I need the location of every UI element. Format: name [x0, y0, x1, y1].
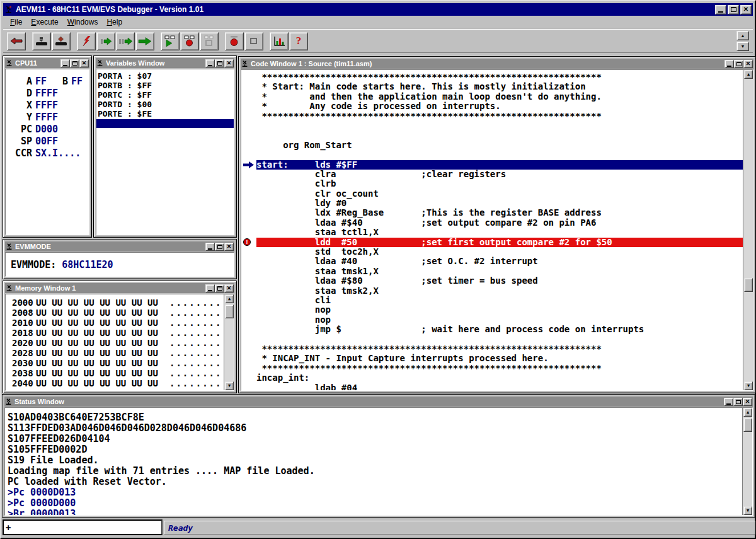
- run-to-breakpoint-button[interactable]: [161, 32, 180, 50]
- scroll-up-icon[interactable]: ▲: [744, 70, 753, 79]
- minimize-icon[interactable]: [205, 284, 215, 293]
- reset-button[interactable]: [77, 32, 96, 50]
- close-icon[interactable]: ✕: [224, 59, 234, 67]
- run-button[interactable]: [135, 32, 154, 50]
- close-icon[interactable]: ✕: [743, 60, 753, 68]
- code-line[interactable]: * and then the application main loop doe…: [241, 92, 753, 101]
- code-line[interactable]: staa tmsk2,X: [241, 286, 753, 296]
- code-line[interactable]: * INCAP_INT - Input Capture interrupts p…: [241, 354, 753, 363]
- title-bar[interactable]: AEVM11 - 68HC11 EVM/EVS Debugger - Versi…: [3, 3, 753, 16]
- code-line[interactable]: nop: [241, 305, 753, 315]
- close-icon[interactable]: ✕: [79, 59, 89, 67]
- memory-row[interactable]: 2040UU UU UU UU UU UU UU UU........: [6, 378, 234, 388]
- step-over-button[interactable]: [116, 32, 135, 50]
- code-line[interactable]: ldaa #$40 ;set output compare #2 on pin …: [241, 218, 753, 228]
- minimize-icon[interactable]: [60, 59, 70, 67]
- code-line[interactable]: cli: [241, 296, 753, 305]
- memory-row[interactable]: 2010UU UU UU UU UU UU UU UU........: [6, 318, 234, 328]
- code-line[interactable]: * Start: Main code starts here. This is …: [241, 82, 753, 91]
- code-line[interactable]: jmp $ ; wait here and process code on in…: [241, 325, 753, 334]
- maximize-icon[interactable]: [734, 60, 743, 68]
- close-icon[interactable]: ✕: [740, 5, 752, 14]
- scroll-up-icon[interactable]: ▲: [743, 408, 752, 417]
- maximize-icon[interactable]: [215, 243, 224, 251]
- variables-window-titlebar[interactable]: Variables Window ✕: [96, 58, 234, 68]
- menu-help[interactable]: Help: [102, 16, 127, 28]
- minimize-icon[interactable]: [205, 59, 215, 67]
- code-line[interactable]: ****************************************…: [241, 364, 753, 373]
- scroll-thumb[interactable]: [743, 418, 752, 432]
- minimize-icon[interactable]: [715, 5, 726, 14]
- menu-windows[interactable]: Windows: [63, 16, 103, 28]
- variable-row[interactable]: PORTE : $FE: [96, 109, 234, 119]
- code-window-titlebar[interactable]: Code Window 1 : Source (tim11.asm) ✕: [241, 59, 753, 69]
- maximize-icon[interactable]: [215, 59, 224, 67]
- variable-row-selected[interactable]: [96, 119, 234, 128]
- code-line[interactable]: [241, 150, 753, 159]
- load-code-button[interactable]: [32, 32, 51, 50]
- code-line[interactable]: * Any code is processed on interrupts.: [241, 101, 753, 111]
- scroll-down-icon[interactable]: ▼: [743, 506, 752, 515]
- code-line[interactable]: [241, 130, 753, 140]
- scroll-down-icon[interactable]: ▼: [225, 381, 234, 390]
- clear-breakpoint-button[interactable]: [244, 32, 263, 50]
- code-line[interactable]: [241, 335, 753, 344]
- variable-row[interactable]: PORTD : $00: [96, 100, 234, 109]
- code-line[interactable]: staa tctl1,X: [241, 228, 753, 237]
- menu-execute[interactable]: Execute: [26, 16, 62, 28]
- code-line[interactable]: clr oc_count: [241, 189, 753, 199]
- close-icon[interactable]: ✕: [743, 398, 752, 406]
- code-line[interactable]: ****************************************…: [241, 344, 753, 354]
- code-line[interactable]: clrb: [241, 179, 753, 188]
- menu-file[interactable]: File: [6, 16, 26, 28]
- memory-row[interactable]: 2018UU UU UU UU UU UU UU UU........: [6, 328, 234, 338]
- status-window-titlebar[interactable]: Status Window ✕: [4, 397, 753, 407]
- stop-at-breakpoint-button[interactable]: [180, 32, 199, 50]
- code-line[interactable]: clra ;clear registers: [241, 170, 753, 179]
- help-button[interactable]: ?: [289, 32, 308, 50]
- memory-row[interactable]: 2008UU UU UU UU UU UU UU UU........: [6, 308, 234, 318]
- scroll-down-icon[interactable]: ▼: [744, 381, 753, 390]
- breakpoint-disabled-button[interactable]: [200, 32, 219, 50]
- close-icon[interactable]: ✕: [224, 243, 234, 251]
- command-input[interactable]: [3, 519, 163, 535]
- memory-window-titlebar[interactable]: Memory Window 1 ✕: [5, 283, 234, 293]
- minimize-icon[interactable]: [724, 60, 734, 68]
- variable-row[interactable]: PORTB : $FF: [96, 81, 234, 90]
- memory-row[interactable]: 2020UU UU UU UU UU UU UU UU........: [6, 338, 234, 348]
- variable-row[interactable]: PORTA : $07: [96, 71, 234, 81]
- code-line[interactable]: start: lds #$FF: [241, 160, 753, 170]
- set-breakpoint-button[interactable]: [225, 32, 244, 50]
- code-line[interactable]: ldaa #40 ;set O.C. #2 interrupt: [241, 257, 753, 266]
- scroll-thumb[interactable]: [744, 278, 753, 292]
- evmmode-window-titlebar[interactable]: EVMMODE ✕: [5, 241, 234, 252]
- maximize-icon[interactable]: [215, 284, 224, 293]
- status-scrollbar[interactable]: ▲ ▼: [742, 408, 752, 515]
- code-line[interactable]: ldab #04: [241, 383, 753, 391]
- maximize-icon[interactable]: [733, 398, 743, 406]
- minimize-icon[interactable]: [205, 243, 215, 251]
- code-line[interactable]: org Rom_Start: [241, 141, 753, 150]
- maximize-icon[interactable]: [70, 59, 79, 67]
- memory-row[interactable]: 2028UU UU UU UU UU UU UU UU........: [6, 348, 234, 358]
- code-line[interactable]: ! ldd #50 ;set first output compare #2 f…: [241, 238, 753, 247]
- cpu-window-titlebar[interactable]: CPU11 ✕: [5, 58, 89, 68]
- code-line[interactable]: staa tmsk1,X: [241, 267, 753, 276]
- load-map-button[interactable]: [52, 32, 71, 50]
- scroll-thumb[interactable]: [225, 304, 234, 318]
- memory-row[interactable]: 2030UU UU UU UU UU UU UU UU........: [6, 358, 234, 368]
- code-line[interactable]: ****************************************…: [241, 112, 753, 121]
- code-line[interactable]: incap_int:: [241, 373, 753, 383]
- back-arrow-button[interactable]: [7, 32, 26, 50]
- toolbar-scroll-up-icon[interactable]: ▲: [736, 31, 749, 40]
- memory-row[interactable]: 2000UU UU UU UU UU UU UU UU........: [6, 298, 234, 308]
- scroll-up-icon[interactable]: ▲: [225, 294, 234, 303]
- code-line[interactable]: ldaa #$80 ;set timer = bus speed: [241, 276, 753, 286]
- code-line[interactable]: [241, 121, 753, 130]
- code-line[interactable]: std toc2h,X: [241, 247, 753, 257]
- memory-scrollbar[interactable]: ▲ ▼: [224, 294, 234, 390]
- variable-row[interactable]: PORTC : $FF: [96, 90, 234, 100]
- maximize-icon[interactable]: [728, 5, 739, 14]
- toolbar-scroll-down-icon[interactable]: ▼: [736, 42, 749, 51]
- step-into-button[interactable]: [96, 32, 115, 50]
